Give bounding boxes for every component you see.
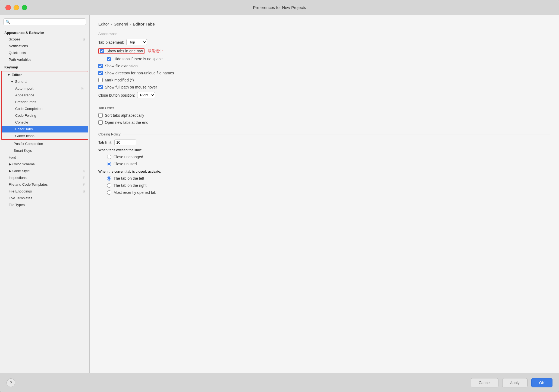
appearance-section-label: Appearance bbox=[98, 32, 550, 36]
sidebar-item-postfix-completion[interactable]: Postfix Completion bbox=[0, 140, 89, 147]
sort-alpha-checkbox[interactable] bbox=[98, 113, 103, 118]
sidebar-item-file-encodings[interactable]: File Encodings ⎘ bbox=[0, 188, 89, 195]
close-button[interactable] bbox=[5, 5, 11, 10]
sidebar-item-auto-import[interactable]: Auto Import ⎘ bbox=[2, 85, 88, 92]
sidebar-item-code-completion[interactable]: Code Completion bbox=[2, 105, 88, 112]
sidebar-item-inspections[interactable]: Inspections ⎘ bbox=[0, 174, 89, 181]
tab-limit-label: Tab limit: bbox=[98, 140, 112, 144]
sidebar-item-file-types[interactable]: File Types bbox=[0, 201, 89, 208]
sidebar-item-editor-tabs[interactable]: Editor Tabs bbox=[2, 126, 88, 132]
show-full-path-label[interactable]: Show full path on mouse hover bbox=[98, 85, 157, 89]
show-file-ext-checkbox[interactable] bbox=[98, 64, 103, 68]
open-end-label[interactable]: Open new tabs at the end bbox=[98, 120, 148, 125]
sidebar-item-appearance[interactable]: Appearance bbox=[2, 92, 88, 99]
sidebar-item-breadcrumbs[interactable]: Breadcrumbs bbox=[2, 99, 88, 105]
close-unchanged-label[interactable]: Close unchanged bbox=[107, 155, 143, 159]
show-tabs-red-outline: Show tabs in one row bbox=[98, 48, 145, 54]
show-tabs-label[interactable]: Show tabs in one row bbox=[100, 49, 143, 53]
main-content: 🔍 Appearance & Behavior Scopes ⎘ Notific… bbox=[0, 15, 559, 373]
sidebar-item-general[interactable]: ▼ General bbox=[2, 78, 88, 85]
traffic-lights bbox=[5, 5, 27, 10]
copy-icon: ⎘ bbox=[83, 37, 85, 41]
show-directory-row: Show directory for non-unique file names bbox=[98, 71, 550, 75]
sidebar-section-keymap: Keymap bbox=[0, 64, 89, 70]
ok-button[interactable]: OK bbox=[531, 378, 552, 387]
code-style-copy-icon: ⎘ bbox=[83, 169, 85, 173]
bottom-bar: ? Cancel Apply OK bbox=[0, 373, 559, 392]
show-directory-checkbox[interactable] bbox=[98, 71, 103, 75]
tab-placement-row: Tab placement: Top Bottom Left Right Non… bbox=[98, 39, 550, 45]
close-button-row: Close button position: Right Left None bbox=[98, 92, 550, 98]
titlebar: Preferences for New Projects bbox=[0, 0, 559, 15]
content-area: Editor › General › Editor Tabs Appearanc… bbox=[90, 15, 559, 373]
closing-policy-label: Closing Policy bbox=[98, 132, 550, 136]
close-unused-label[interactable]: Close unused bbox=[107, 162, 137, 166]
breadcrumb-sep2: › bbox=[130, 22, 131, 26]
show-full-path-row: Show full path on mouse hover bbox=[98, 85, 550, 89]
tab-left-label[interactable]: The tab on the left bbox=[107, 176, 144, 181]
sidebar-item-notifications[interactable]: Notifications bbox=[0, 43, 89, 49]
tab-right-radio[interactable] bbox=[107, 183, 111, 188]
sidebar-section-appearance-behavior: Appearance & Behavior bbox=[0, 30, 89, 36]
tab-placement-select[interactable]: Top Bottom Left Right None bbox=[126, 39, 147, 45]
sidebar-item-quick-lists[interactable]: Quick Lists bbox=[0, 49, 89, 56]
close-unchanged-radio[interactable] bbox=[107, 155, 111, 159]
bottom-left: ? bbox=[7, 378, 15, 387]
sidebar-item-font[interactable]: Font bbox=[0, 154, 89, 161]
search-input[interactable] bbox=[11, 20, 84, 24]
chinese-hint: 取消选中 bbox=[148, 49, 163, 53]
recently-opened-label[interactable]: Most recently opened tab bbox=[107, 190, 156, 195]
mark-modified-label[interactable]: Mark modified (*) bbox=[98, 78, 134, 82]
tab-limit-input[interactable] bbox=[114, 140, 136, 145]
breadcrumb-general: General bbox=[114, 22, 128, 26]
cancel-button[interactable]: Cancel bbox=[471, 378, 498, 387]
show-directory-label[interactable]: Show directory for non-unique file names bbox=[98, 71, 174, 75]
recently-opened-radio[interactable] bbox=[107, 190, 111, 195]
sidebar-item-file-code-templates[interactable]: File and Code Templates ⎘ bbox=[0, 181, 89, 188]
sidebar-item-smart-keys[interactable]: Smart Keys bbox=[0, 147, 89, 154]
close-unused-radio[interactable] bbox=[107, 162, 111, 166]
hide-tabs-label[interactable]: Hide tabs if there is no space bbox=[107, 57, 163, 61]
sort-alpha-row: Sort tabs alphabetically bbox=[98, 113, 550, 118]
sidebar-item-path-variables[interactable]: Path Variables bbox=[0, 56, 89, 63]
open-end-row: Open new tabs at the end bbox=[98, 120, 550, 125]
hide-tabs-row: Hide tabs if there is no space bbox=[98, 57, 550, 61]
sidebar-item-console[interactable]: Console bbox=[2, 119, 88, 126]
tab-order-section-label: Tab Order bbox=[98, 106, 550, 110]
show-full-path-checkbox[interactable] bbox=[98, 85, 103, 89]
tab-order-section: Tab Order Sort tabs alphabetically Open … bbox=[98, 106, 550, 125]
appearance-section: Appearance Tab placement: Top Bottom Lef… bbox=[98, 32, 550, 98]
tab-right-row: The tab on the right bbox=[98, 183, 550, 188]
close-unchanged-row: Close unchanged bbox=[98, 155, 550, 159]
close-unused-row: Close unused bbox=[98, 162, 550, 166]
apply-button[interactable]: Apply bbox=[502, 378, 527, 387]
minimize-button[interactable] bbox=[14, 5, 19, 10]
open-end-checkbox[interactable] bbox=[98, 120, 103, 125]
hide-tabs-checkbox[interactable] bbox=[107, 57, 111, 61]
sidebar-item-color-scheme[interactable]: ▶ Color Scheme bbox=[0, 161, 89, 167]
sort-alpha-label[interactable]: Sort tabs alphabetically bbox=[98, 113, 144, 118]
tab-right-label[interactable]: The tab on the right bbox=[107, 183, 146, 188]
sidebar-item-scopes[interactable]: Scopes ⎘ bbox=[0, 36, 89, 43]
sidebar-item-code-style[interactable]: ▶ Code Style ⎘ bbox=[0, 167, 89, 174]
show-file-ext-row: Show file extension bbox=[98, 64, 550, 68]
search-box[interactable]: 🔍 bbox=[3, 18, 86, 25]
show-file-ext-label[interactable]: Show file extension bbox=[98, 64, 138, 68]
tab-left-radio[interactable] bbox=[107, 176, 111, 181]
help-button[interactable]: ? bbox=[7, 378, 15, 387]
window-title: Preferences for New Projects bbox=[253, 5, 306, 10]
close-button-label: Close button position: bbox=[98, 93, 135, 97]
show-tabs-checkbox[interactable] bbox=[100, 49, 104, 53]
closing-policy-section: Closing Policy Tab limit: When tabs exce… bbox=[98, 132, 550, 195]
mark-modified-checkbox[interactable] bbox=[98, 78, 103, 82]
sidebar-item-code-folding[interactable]: Code Folding bbox=[2, 112, 88, 119]
when-closed-row: When the current tab is closed, activate… bbox=[98, 169, 550, 173]
when-closed-label: When the current tab is closed, activate… bbox=[98, 169, 161, 173]
close-button-select[interactable]: Right Left None bbox=[137, 92, 155, 98]
sidebar-item-editor[interactable]: ▼ Editor bbox=[2, 71, 88, 78]
sidebar: 🔍 Appearance & Behavior Scopes ⎘ Notific… bbox=[0, 15, 90, 373]
tab-placement-label: Tab placement: bbox=[98, 40, 124, 45]
maximize-button[interactable] bbox=[22, 5, 27, 10]
sidebar-item-gutter-icons[interactable]: Gutter Icons bbox=[2, 132, 88, 139]
sidebar-item-live-templates[interactable]: Live Templates bbox=[0, 195, 89, 201]
